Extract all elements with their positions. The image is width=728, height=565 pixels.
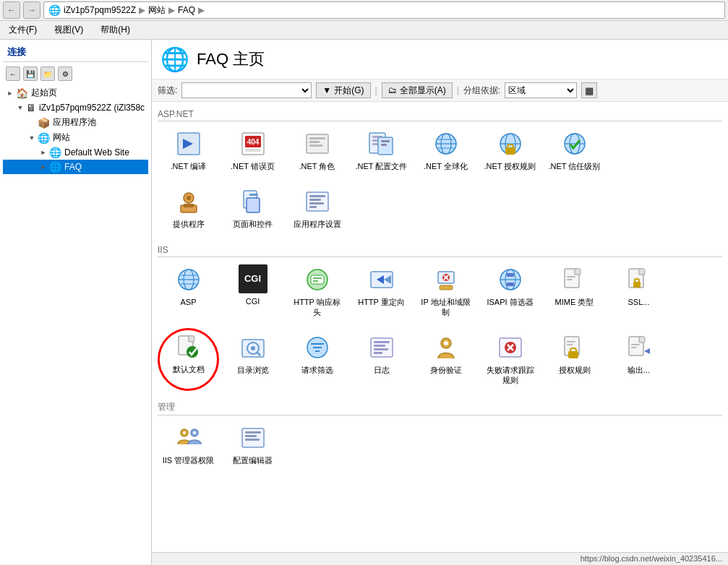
isapi-icon — [496, 265, 525, 294]
main-layout: 连接 ← 💾 📁 ⚙ ► 🏠 起始页 ▼ 🖥 iZv1p57pqm9522Z (… — [0, 40, 728, 564]
apppool-icon: 📦 — [38, 117, 50, 129]
svg-rect-35 — [247, 198, 260, 212]
fail-request-icon — [496, 333, 525, 362]
aspnet-icons-grid: .NET 编译 404 .NET 错误页 — [158, 124, 722, 176]
svg-rect-105 — [639, 337, 645, 342]
mime-icon — [560, 265, 589, 294]
http-response-label: HTTP 响应标头 — [290, 297, 344, 318]
icon-asp[interactable]: ASP — [158, 260, 219, 323]
address-bar-container: ← → 🌐 iZv1p57pqm9522Z ▶ 网站 ▶ FAQ ▶ — [0, 0, 728, 21]
log-icon — [367, 333, 396, 362]
icon-net-compile[interactable]: .NET 编译 — [158, 124, 219, 176]
icon-auth-rules[interactable]: 授权规则 — [544, 328, 605, 391]
icon-ip-restrict[interactable]: IP 地址和域限制 — [415, 260, 476, 323]
svg-rect-39 — [309, 195, 325, 197]
icon-request-filter[interactable]: 请求筛选 — [286, 328, 348, 391]
sidebar-folder-btn[interactable]: 📁 — [40, 66, 55, 81]
output-label: 输出... — [628, 365, 650, 375]
svg-rect-67 — [575, 269, 581, 275]
start-label: 开始(G) — [334, 85, 364, 97]
icon-net-auth[interactable]: .NET 授权规则 — [479, 124, 541, 176]
auth-label: 身份验证 — [430, 365, 462, 375]
view-button[interactable]: ▦ — [581, 82, 597, 98]
sites-icon: 🌐 — [38, 132, 50, 144]
svg-rect-49 — [311, 275, 324, 284]
content-area: 🌐 FAQ 主页 筛选: ▼ 开始(G) | 🗂 全部显示(A) | 分组依据:… — [152, 40, 728, 564]
section-aspnet: ASP.NET — [158, 105, 722, 121]
sidebar-item-server[interactable]: ▼ 🖥 iZv1p57pqm9522Z (iZl358c — [3, 100, 148, 115]
ssl-icon — [625, 265, 654, 294]
icon-default-doc[interactable]: 默认文档 — [158, 328, 219, 391]
sidebar-save-btn[interactable]: 💾 — [23, 66, 38, 81]
sidebar-item-faq[interactable]: ► 🌐 FAQ — [3, 160, 148, 174]
icon-output[interactable]: 输出... — [608, 328, 669, 391]
icon-log[interactable]: 日志 — [351, 328, 412, 391]
sidebar-item-default[interactable]: ► 🌐 Default Web Site — [3, 145, 148, 160]
icon-dir-browse[interactable]: 目录浏览 — [222, 328, 283, 391]
icon-net-trust[interactable]: .NET 信任级别 — [544, 124, 605, 176]
svg-rect-7 — [309, 137, 325, 139]
expand-icon: ▼ — [26, 134, 38, 142]
svg-rect-33 — [184, 204, 194, 207]
icon-isapi[interactable]: ISAPI 筛选器 — [479, 260, 541, 323]
sidebar-item-startpage[interactable]: ► 🏠 起始页 — [3, 85, 148, 100]
sidebar-item-sites[interactable]: ▼ 🌐 网站 — [3, 130, 148, 145]
asp-icon — [174, 265, 203, 294]
net-config-icon — [367, 129, 396, 158]
ip-restrict-label: IP 地址和域限制 — [419, 297, 473, 318]
icon-pages[interactable]: 页面和控件 — [222, 182, 283, 234]
net-trust-icon — [560, 129, 589, 158]
sidebar-item-apppool[interactable]: 📦 应用程序池 — [3, 115, 148, 130]
forward-button[interactable]: → — [23, 1, 40, 19]
menu-view[interactable]: 视图(V) — [51, 22, 86, 38]
svg-rect-107 — [631, 347, 637, 348]
menu-file[interactable]: 文件(F) — [6, 22, 40, 38]
group-label: 分组依据: — [463, 85, 500, 97]
svg-text:404: 404 — [247, 138, 259, 146]
icon-iis-mgr[interactable]: IIS 管理器权限 — [158, 418, 219, 470]
sidebar-back-btn[interactable]: ← — [6, 66, 20, 81]
svg-point-31 — [187, 196, 191, 200]
expand-icon — [26, 119, 38, 126]
icon-cgi[interactable]: CGI CGI — [222, 260, 283, 323]
icon-config-editor[interactable]: 配置编辑器 — [222, 418, 283, 470]
show-all-button[interactable]: 🗂 全部显示(A) — [382, 82, 453, 98]
default-doc-icon — [174, 332, 203, 361]
svg-rect-5 — [245, 149, 261, 152]
icon-http-response[interactable]: HTTP 响应标头 — [286, 260, 348, 323]
icon-http-redirect[interactable]: HTTP 重定向 — [351, 260, 412, 323]
filter-select[interactable] — [181, 82, 312, 98]
icon-appconfig[interactable]: 应用程序设置 — [286, 182, 348, 234]
icon-net-role[interactable]: .NET 角色 — [286, 124, 348, 176]
sidebar-config-btn[interactable]: ⚙ — [58, 66, 72, 81]
icon-ssl[interactable]: SSL... — [608, 260, 669, 323]
filter-bar: 筛选: ▼ 开始(G) | 🗂 全部显示(A) | 分组依据: 区域 ▦ — [152, 79, 728, 102]
pages-label: 页面和控件 — [233, 219, 273, 229]
icon-net-config[interactable]: .NET 配置文件 — [351, 124, 412, 176]
arrow-icon-3: ▶ — [198, 5, 205, 15]
svg-marker-108 — [644, 348, 650, 354]
icon-auth[interactable]: 身份验证 — [415, 328, 476, 391]
svg-point-112 — [193, 431, 196, 434]
icon-mime[interactable]: MIME 类型 — [544, 260, 605, 323]
group-select[interactable]: 区域 — [505, 82, 577, 98]
icon-net-error[interactable]: 404 .NET 错误页 — [222, 124, 283, 176]
svg-rect-101 — [567, 341, 575, 342]
icons-area: ASP.NET .NET 编译 — [152, 102, 728, 552]
output-icon — [625, 333, 654, 362]
menu-help[interactable]: 帮助(H) — [98, 22, 133, 38]
http-redirect-icon — [367, 265, 396, 294]
icon-fail-request[interactable]: 失败请求跟踪规则 — [479, 328, 541, 391]
funnel-icon: ▼ — [322, 85, 331, 95]
address-segment3: FAQ — [178, 5, 195, 15]
svg-rect-88 — [374, 341, 390, 343]
svg-rect-37 — [249, 197, 255, 199]
icon-net-global[interactable]: .NET 全球化 — [415, 124, 476, 176]
mime-label: MIME 类型 — [555, 297, 594, 307]
start-button[interactable]: ▼ 开始(G) — [316, 82, 370, 98]
back-button[interactable]: ← — [3, 1, 20, 19]
log-label: 日志 — [374, 365, 390, 375]
svg-rect-64 — [507, 282, 514, 286]
svg-rect-90 — [374, 348, 388, 350]
icon-provider[interactable]: 提供程序 — [158, 182, 219, 234]
